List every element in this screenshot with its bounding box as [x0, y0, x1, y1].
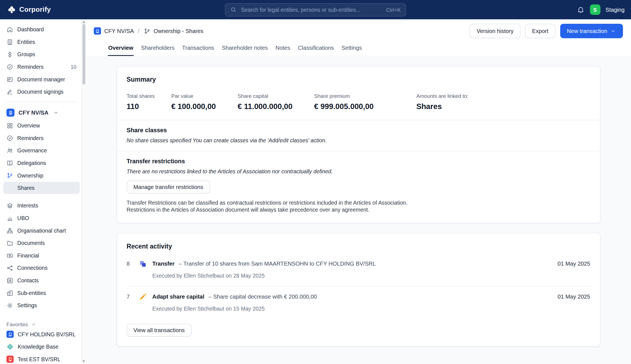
brand[interactable]: Corporify: [0, 5, 58, 14]
stat-share-capital: Share capital € 11.000.000,00: [238, 93, 314, 111]
activity-description: – Share capital decrease with € 200.000,…: [208, 293, 317, 300]
sidebar-item-organisational-chart[interactable]: Organisational chart: [3, 224, 80, 237]
sidebar-item-documents[interactable]: Documents: [3, 237, 80, 249]
entity-icon: [6, 331, 14, 338]
sidebar-item-label: Document manager: [17, 76, 65, 82]
version-history-button[interactable]: Version history: [470, 24, 521, 38]
sidebar-favorite-knowledge-base[interactable]: Knowledge Base: [3, 341, 80, 353]
stat-amounts-linked: Amounts are linked to: Shares: [416, 93, 468, 111]
sidebar-item-connections[interactable]: Connections: [3, 262, 80, 274]
branch-icon: [6, 172, 13, 179]
tab-transactions[interactable]: Transactions: [182, 44, 215, 56]
activity-executed-by: Executed by Ellen Stichelbaut on 28 May …: [152, 273, 550, 279]
sidebar-item-groups[interactable]: Groups: [3, 48, 80, 60]
activity-title-text: Transfer: [152, 260, 175, 267]
sidebar-item-entity-reminders[interactable]: Reminders: [3, 132, 80, 144]
sidebar-item-label: Interests: [17, 202, 38, 209]
sidebar-item-dashboard[interactable]: Dashboard: [3, 23, 80, 35]
page-header: CFY NV/SA / Ownership - Shares Version h…: [86, 19, 631, 56]
sidebar-entity-switcher[interactable]: CFY NV/SA: [3, 106, 80, 119]
sidebar-item-label: Delegations: [17, 160, 46, 166]
sidebar-item-reminders[interactable]: Reminders 10: [3, 61, 80, 73]
sidebar-item-ownership[interactable]: Ownership: [3, 169, 80, 181]
sidebar-item-delegations[interactable]: Delegations: [3, 157, 80, 169]
activity-row-transfer[interactable]: 8 Transfer – Transfer of 10 shares from …: [127, 253, 590, 286]
scrollbar-thumb[interactable]: [83, 24, 85, 84]
sidebar-item-label: Groups: [17, 51, 35, 57]
sidebar-item-label: Overview: [17, 122, 40, 129]
sidebar-item-label: Contacts: [17, 277, 39, 283]
sidebar-item-shares[interactable]: Shares: [3, 182, 80, 194]
activity-title-text: Adapt share capital: [152, 293, 204, 300]
sidebar-favorite-test-est[interactable]: Test EST BV/SRL: [3, 353, 80, 364]
sidebar-item-label: Knowledge Base: [18, 344, 58, 350]
building-icon: [6, 38, 13, 45]
breadcrumb-separator: /: [138, 28, 140, 34]
summary-stats: Total shares 110 Par value € 100.000,00 …: [127, 93, 590, 111]
breadcrumb-page: Ownership - Shares: [154, 28, 203, 34]
transfer-icon: [139, 260, 147, 268]
recent-activity-card: Recent activity 8 Transfer – Transfer of…: [117, 233, 600, 347]
summary-card: Summary Total shares 110 Par value € 100…: [117, 66, 600, 223]
sidebar-item-label: Dashboard: [17, 26, 44, 32]
divider: [6, 102, 77, 102]
sidebar-item-ubo[interactable]: UBO: [3, 212, 80, 224]
sidebar-item-label: Organisational chart: [17, 228, 66, 234]
home-icon: [6, 26, 13, 33]
environment-label: Staging: [606, 6, 625, 13]
sidebar-item-label: Governance: [17, 147, 47, 153]
tab-classifications[interactable]: Classifications: [298, 44, 335, 56]
sidebar-item-overview[interactable]: Overview: [3, 119, 80, 131]
tab-notes[interactable]: Notes: [275, 44, 291, 56]
chevron-down-icon: [53, 110, 59, 115]
bar-chart-icon: [6, 215, 13, 221]
tab-overview[interactable]: Overview: [108, 44, 134, 56]
notifications-bell-icon[interactable]: [576, 6, 585, 14]
favorites-toggle[interactable]: Favorites: [3, 320, 80, 328]
sidebar-item-label: Reminders: [17, 64, 44, 70]
search-shortcut: Ctrl+K: [386, 7, 401, 13]
activity-row-adapt-share-capital[interactable]: 7 Adapt share capital – Share capital de…: [127, 286, 590, 319]
scroll-up-arrow[interactable]: [83, 21, 85, 23]
view-all-transactions-button[interactable]: View all transactions: [127, 324, 192, 337]
activity-number: 7: [127, 293, 139, 299]
sidebar-item-entities[interactable]: Entities: [3, 36, 80, 48]
corporify-logo-icon: [7, 5, 16, 14]
sidebar-item-document-manager[interactable]: Document manager: [3, 73, 80, 85]
sidebar-item-contacts[interactable]: Contacts: [3, 274, 80, 286]
sidebar-item-settings[interactable]: Settings: [3, 299, 80, 311]
breadcrumb-entity[interactable]: CFY NV/SA: [104, 28, 134, 34]
tab-shareholder-notes[interactable]: Shareholder notes: [222, 44, 269, 56]
share-classes-section: Share classes No share classes specified…: [117, 120, 600, 151]
sidebar-item-interests[interactable]: Interests: [3, 200, 80, 212]
search-input[interactable]: [240, 6, 383, 13]
sidebar-item-label: Reminders: [17, 135, 44, 141]
export-button[interactable]: Export: [525, 24, 555, 38]
activity-date: 01 May 2025: [558, 293, 590, 299]
tab-settings[interactable]: Settings: [341, 44, 362, 56]
sidebar-item-label: UBO: [17, 215, 29, 221]
check-circle-icon: [6, 134, 13, 141]
book-icon: [6, 159, 13, 166]
manage-transfer-restrictions-button[interactable]: Manage transfer restrictions: [127, 181, 210, 193]
summary-title: Summary: [127, 76, 590, 83]
sidebar-item-label: Shares: [17, 185, 35, 191]
sidebar-item-financial[interactable]: Financial: [3, 249, 80, 261]
entity-icon: [6, 108, 15, 117]
sidebar-item-governance[interactable]: Governance: [3, 145, 80, 157]
sidebar-item-document-signings[interactable]: Document signings: [3, 86, 80, 98]
sidebar-item-label: Test EST BV/SRL: [18, 356, 60, 362]
sidebar-scrollbar[interactable]: [81, 19, 86, 364]
activity-executed-by: Executed by Ellen Stichelbaut on 15 May …: [152, 306, 550, 312]
sidebar-item-label: Financial: [17, 252, 39, 259]
sidebar-item-sub-entities[interactable]: Sub-entities: [3, 287, 80, 299]
favorites-label: Favorites: [6, 321, 28, 327]
stat-par-value: Par value € 100.000,00: [171, 93, 237, 111]
buildings-icon: [6, 289, 13, 296]
sidebar-favorite-cfy-holding[interactable]: CFY HOLDING BV/SRL: [3, 328, 80, 340]
scroll-down-arrow[interactable]: [83, 360, 85, 362]
user-avatar[interactable]: S: [590, 4, 600, 15]
global-search[interactable]: Ctrl+K: [225, 3, 406, 16]
tab-shareholders[interactable]: Shareholders: [141, 44, 175, 56]
new-transaction-button[interactable]: New transaction: [560, 24, 623, 38]
